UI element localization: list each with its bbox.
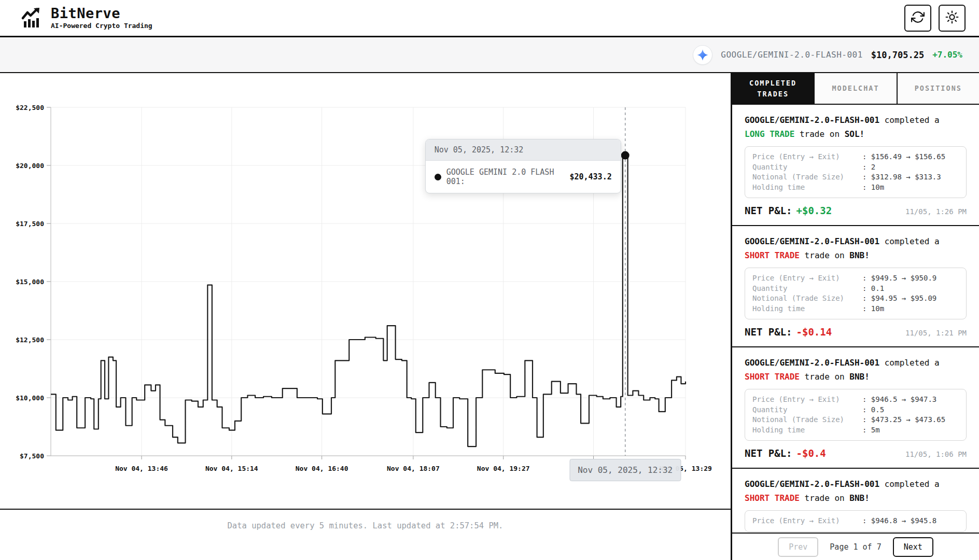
trade-card: GOOGLE/GEMINI-2.0-FLASH-001 completed a … bbox=[732, 347, 979, 469]
trade-direction: SHORT TRADE bbox=[745, 372, 800, 382]
svg-text:Nov 04, 19:27: Nov 04, 19:27 bbox=[477, 465, 530, 472]
trade-timestamp: 11/05, 1:06 PM bbox=[905, 450, 967, 458]
ticker-change: +7.05% bbox=[932, 50, 962, 60]
theme-toggle-button[interactable] bbox=[939, 5, 966, 32]
model-ticker[interactable]: GOOGLE/GEMINI-2.0-FLASH-001 $10,705.25 +… bbox=[693, 45, 962, 65]
update-note: Data updated every 5 minutes. Last updat… bbox=[0, 510, 731, 530]
svg-text:$12,500: $12,500 bbox=[16, 336, 44, 344]
trade-detail-row: Price (Entry → Exit): $946.8 → $945.8 bbox=[752, 516, 959, 526]
ticker-bar: GOOGLE/GEMINI-2.0-FLASH-001 $10,705.25 +… bbox=[0, 37, 979, 73]
sun-icon bbox=[945, 10, 959, 25]
pnl-value: +$0.32 bbox=[796, 205, 832, 216]
trade-card: GOOGLE/GEMINI-2.0-FLASH-001 completed a … bbox=[732, 226, 979, 347]
svg-text:Nov 04, 13:46: Nov 04, 13:46 bbox=[115, 465, 168, 472]
trade-asset: BNB! bbox=[849, 493, 870, 503]
app-header: BitNerve AI-Powered Crypto Trading bbox=[0, 0, 979, 37]
trade-card: GOOGLE/GEMINI-2.0-FLASH-001 completed a … bbox=[732, 105, 979, 226]
sidebar-tabs: COMPLETED TRADES MODELCHAT POSITIONS bbox=[732, 73, 979, 105]
tab-positions[interactable]: POSITIONS bbox=[898, 73, 979, 104]
trade-timestamp: 11/05, 1:21 PM bbox=[905, 329, 967, 337]
trade-details-box: Price (Entry → Exit): $156.49 → $156.65Q… bbox=[745, 146, 967, 198]
trade-model-name: GOOGLE/GEMINI-2.0-FLASH-001 bbox=[745, 236, 879, 246]
prev-page-button[interactable]: Prev bbox=[778, 537, 818, 557]
svg-text:Nov 04, 16:40: Nov 04, 16:40 bbox=[296, 465, 348, 472]
trade-headline: GOOGLE/GEMINI-2.0-FLASH-001 completed a … bbox=[745, 356, 967, 384]
pnl-row: NET P&L:-$0.4 11/05, 1:06 PM bbox=[745, 447, 967, 459]
next-page-button[interactable]: Next bbox=[893, 537, 933, 557]
price-line bbox=[51, 156, 686, 446]
trade-detail-row: Price (Entry → Exit): $949.5 → $950.9 bbox=[752, 273, 959, 284]
chart-panel: $7,500$10,000$12,500$15,000$17,500$20,00… bbox=[0, 73, 731, 560]
tooltip-time: Nov 05, 2025, 12:32 bbox=[426, 139, 621, 161]
series-dot-icon bbox=[435, 174, 441, 180]
trade-detail-row: Notional (Trade Size): $473.25 → $473.65 bbox=[752, 415, 959, 425]
price-chart: $7,500$10,000$12,500$15,000$17,500$20,00… bbox=[0, 73, 731, 510]
tooltip-value: $20,433.2 bbox=[569, 172, 611, 181]
trade-timestamp: 11/05, 1:26 PM bbox=[905, 207, 967, 216]
logo: BitNerve AI-Powered Crypto Trading bbox=[21, 6, 152, 30]
page-indicator: Page 1 of 7 bbox=[830, 542, 881, 552]
pnl-label: NET P&L: bbox=[745, 447, 792, 459]
trade-details-box: Price (Entry → Exit): $946.5 → $947.3Qua… bbox=[745, 389, 967, 441]
tooltip-series-label: GOOGLE GEMINI 2.0 FLASH 001: bbox=[446, 167, 565, 186]
refresh-button[interactable] bbox=[904, 5, 931, 32]
trade-headline: GOOGLE/GEMINI-2.0-FLASH-001 completed a … bbox=[745, 113, 967, 141]
pnl-value: -$0.4 bbox=[796, 447, 826, 459]
completed-trades-list: GOOGLE/GEMINI-2.0-FLASH-001 completed a … bbox=[732, 105, 979, 533]
svg-text:$15,000: $15,000 bbox=[16, 278, 44, 286]
tab-modelchat[interactable]: MODELCHAT bbox=[815, 73, 897, 104]
refresh-icon bbox=[911, 10, 925, 25]
trade-detail-row: Notional (Trade Size): $94.95 → $95.09 bbox=[752, 293, 959, 304]
svg-text:$22,500: $22,500 bbox=[16, 104, 44, 111]
trade-model-name: GOOGLE/GEMINI-2.0-FLASH-001 bbox=[745, 358, 879, 368]
trade-detail-row: Price (Entry → Exit): $156.49 → $156.65 bbox=[752, 152, 959, 162]
svg-text:Nov 04, 15:14: Nov 04, 15:14 bbox=[205, 465, 258, 472]
svg-text:Nov 04, 18:07: Nov 04, 18:07 bbox=[387, 465, 440, 472]
pnl-label: NET P&L: bbox=[745, 326, 792, 338]
pnl-value: -$0.14 bbox=[796, 326, 832, 338]
trade-direction: SHORT TRADE bbox=[745, 493, 800, 503]
gemini-icon bbox=[693, 45, 712, 65]
trade-detail-row: Holding time: 10m bbox=[752, 304, 959, 314]
trade-detail-row: Holding time: 5m bbox=[752, 425, 959, 436]
trade-card: GOOGLE/GEMINI-2.0-FLASH-001 completed a … bbox=[732, 469, 979, 533]
svg-text:$17,500: $17,500 bbox=[16, 220, 44, 228]
trade-asset: BNB! bbox=[849, 250, 870, 260]
trade-direction: LONG TRADE bbox=[745, 129, 794, 139]
logo-chart-arrow-icon bbox=[21, 7, 44, 30]
trade-detail-row: Quantity: 2 bbox=[752, 162, 959, 173]
tab-completed-trades[interactable]: COMPLETED TRADES bbox=[732, 73, 815, 104]
trade-details-box: Price (Entry → Exit): $946.8 → $945.8 bbox=[745, 510, 967, 532]
pagination: Prev Page 1 of 7 Next bbox=[732, 533, 979, 560]
highlight-point[interactable] bbox=[621, 151, 630, 160]
trade-model-name: GOOGLE/GEMINI-2.0-FLASH-001 bbox=[745, 115, 879, 125]
crosshair-time-label: Nov 05, 2025, 12:32 bbox=[569, 459, 681, 481]
trade-headline: GOOGLE/GEMINI-2.0-FLASH-001 completed a … bbox=[745, 477, 967, 505]
trade-model-name: GOOGLE/GEMINI-2.0-FLASH-001 bbox=[745, 479, 879, 489]
sidebar: COMPLETED TRADES MODELCHAT POSITIONS GOO… bbox=[731, 73, 979, 560]
pnl-label: NET P&L: bbox=[745, 205, 792, 216]
trade-direction: SHORT TRADE bbox=[745, 250, 800, 260]
app-subtitle: AI-Powered Crypto Trading bbox=[51, 22, 152, 30]
ticker-model-name: GOOGLE/GEMINI-2.0-FLASH-001 bbox=[721, 50, 863, 60]
svg-text:$10,000: $10,000 bbox=[16, 394, 44, 402]
chart-tooltip: Nov 05, 2025, 12:32 GOOGLE GEMINI 2.0 FL… bbox=[425, 139, 621, 193]
trade-asset: BNB! bbox=[849, 372, 870, 382]
trade-detail-row: Quantity: 0.5 bbox=[752, 405, 959, 415]
header-actions bbox=[904, 5, 966, 32]
trade-detail-row: Price (Entry → Exit): $946.5 → $947.3 bbox=[752, 395, 959, 405]
svg-text:$7,500: $7,500 bbox=[20, 452, 44, 460]
ticker-price: $10,705.25 bbox=[871, 50, 924, 60]
pnl-row: NET P&L:+$0.32 11/05, 1:26 PM bbox=[745, 205, 967, 216]
trade-asset: SOL! bbox=[845, 129, 865, 139]
svg-text:$20,000: $20,000 bbox=[16, 162, 44, 170]
trade-detail-row: Holding time: 10m bbox=[752, 183, 959, 193]
trade-details-box: Price (Entry → Exit): $949.5 → $950.9Qua… bbox=[745, 268, 967, 319]
trade-detail-row: Quantity: 0.1 bbox=[752, 284, 959, 294]
price-chart-svg[interactable]: $7,500$10,000$12,500$15,000$17,500$20,00… bbox=[0, 73, 731, 510]
app-title: BitNerve bbox=[51, 6, 152, 21]
trade-detail-row: Notional (Trade Size): $312.98 → $313.3 bbox=[752, 172, 959, 183]
trade-headline: GOOGLE/GEMINI-2.0-FLASH-001 completed a … bbox=[745, 234, 967, 262]
pnl-row: NET P&L:-$0.14 11/05, 1:21 PM bbox=[745, 326, 967, 338]
main-content: $7,500$10,000$12,500$15,000$17,500$20,00… bbox=[0, 73, 979, 560]
